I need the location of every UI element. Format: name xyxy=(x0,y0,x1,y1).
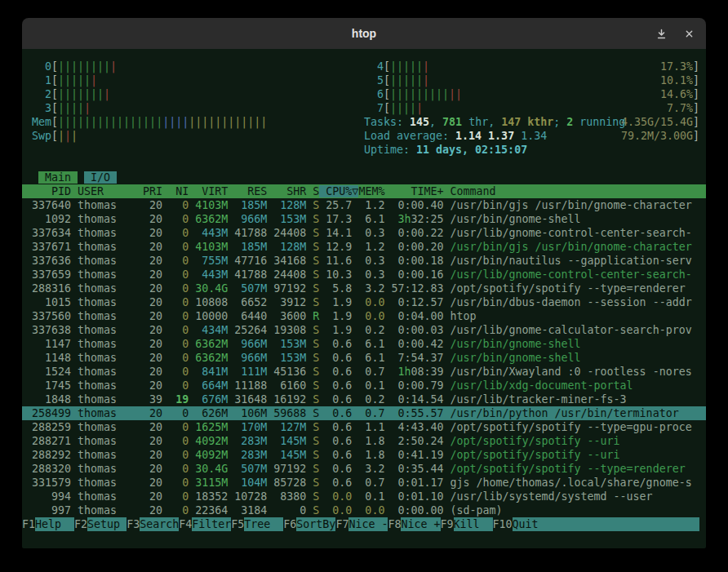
column-header-user[interactable]: USER xyxy=(71,185,143,197)
fkey-action-sortby[interactable]: SortBy xyxy=(296,517,335,531)
fkey-action-quit[interactable]: Quit xyxy=(513,517,699,531)
process-row-288320[interactable]: 288320 thomas 20 0 30.4G 507M 97192 S 0.… xyxy=(32,462,699,476)
bar-segment: || xyxy=(449,88,462,100)
cell-command: /opt/spotify/spotify --uri xyxy=(443,435,619,447)
fkey-action-search[interactable]: Search xyxy=(140,517,179,531)
cell-state: S xyxy=(306,366,319,378)
column-header-shr[interactable]: SHR xyxy=(267,185,306,197)
process-row-337636[interactable]: 337636 thomas 20 0 755M 47716 34168 S 11… xyxy=(32,254,699,268)
column-header-pid[interactable]: PID xyxy=(32,185,71,197)
bar-segment: ||||| xyxy=(390,74,423,86)
process-row-1092[interactable]: 1092 thomas 20 0 6362M 966M 153M S 17.3 … xyxy=(32,212,699,226)
cell-pid: 1524 xyxy=(32,366,71,378)
fkey-action-tree[interactable]: Tree xyxy=(244,517,283,531)
cell-pri: 20 xyxy=(143,227,162,239)
cell-user: thomas xyxy=(71,407,143,419)
meter-bars: ||||||11.0% xyxy=(390,60,699,73)
download-icon[interactable] xyxy=(655,28,667,39)
cell-command: gjs /home/thomas/.local/share/gnome-s xyxy=(443,477,691,489)
column-header-pri[interactable]: PRI xyxy=(143,185,162,197)
cell-time: 0:00.00 xyxy=(397,504,443,517)
cell-pid: 997 xyxy=(32,504,71,517)
cell-pid: 1848 xyxy=(32,393,71,406)
cell-user: thomas xyxy=(71,213,143,225)
process-row-1148[interactable]: 1148 thomas 20 0 6362M 966M 153M S 0.6 6… xyxy=(32,351,699,365)
tab-io[interactable]: I/O xyxy=(84,171,117,184)
cell-res: 3184 xyxy=(228,504,267,517)
cell-pid: 337659 xyxy=(32,268,71,281)
process-row-994[interactable]: 994 thomas 20 0 18352 10728 8380 S 0.0 0… xyxy=(32,490,699,503)
cell-pid: 337560 xyxy=(32,310,71,322)
column-header-time[interactable]: TIME+ xyxy=(384,185,443,197)
process-row-258499[interactable]: 258499 thomas 20 0 626M 106M 59688 S 0.6… xyxy=(22,406,706,420)
fkey-action-filter[interactable]: Filter xyxy=(192,517,231,531)
fkey-action-kill[interactable]: Kill xyxy=(454,517,493,531)
column-header-virt[interactable]: VIRT xyxy=(189,185,228,197)
process-row-1147[interactable]: 1147 thomas 20 0 6362M 966M 153M S 0.6 6… xyxy=(32,337,699,351)
process-row-288259[interactable]: 288259 thomas 20 0 1625M 170M 127M S 0.6… xyxy=(32,420,699,434)
fkey-action-nice-[interactable]: Nice - xyxy=(348,517,388,531)
process-row-288316[interactable]: 288316 thomas 20 0 30.4G 507M 97192 S 5.… xyxy=(32,282,699,295)
cell-ni: 0 xyxy=(162,379,189,392)
cell-mem: 0.3 xyxy=(352,255,384,267)
fkey-action-nice+[interactable]: Nice + xyxy=(401,517,440,531)
cell-time-pad xyxy=(384,421,397,433)
process-row-337640[interactable]: 337640 thomas 20 0 4103M 185M 128M S 25.… xyxy=(32,198,699,212)
process-row-288271[interactable]: 288271 thomas 20 0 4092M 283M 145M S 0.6… xyxy=(32,434,699,448)
close-icon[interactable] xyxy=(683,28,695,39)
process-row-331579[interactable]: 331579 thomas 20 0 3115M 104M 85728 S 0.… xyxy=(32,476,699,490)
meter-bracket: [ xyxy=(51,115,58,129)
terminal-window: htop 0[|||||||||17.3%] 4[||||||11.0%] 1[… xyxy=(22,18,706,548)
cell-virt: 626M xyxy=(189,407,228,419)
cell-time: 0:41.19 xyxy=(397,449,443,461)
cell-time-pad xyxy=(384,449,397,461)
process-row-1524[interactable]: 1524 thomas 20 0 841M 111M 45136 S 0.6 0… xyxy=(32,365,699,379)
cell-pid: 337638 xyxy=(32,324,71,336)
cell-user: thomas xyxy=(71,268,143,281)
cell-virt: 676M xyxy=(189,393,228,406)
column-header-res[interactable]: RES xyxy=(228,185,267,197)
process-row-337634[interactable]: 337634 thomas 20 0 443M 41788 24408 S 14… xyxy=(32,226,699,240)
column-header-s[interactable]: S xyxy=(306,185,319,197)
load-average: Load average: 1.14 1.37 1.34 xyxy=(364,129,699,143)
cell-virt: 30.4G xyxy=(189,463,228,475)
cell-state: S xyxy=(306,324,319,336)
fkey-action-help[interactable]: Help xyxy=(35,517,74,531)
tab-main[interactable]: Main xyxy=(38,171,78,184)
meter-bracket: [ xyxy=(51,60,58,73)
cell-virt: 755M xyxy=(189,255,228,267)
cell-mem: 1.8 xyxy=(352,435,384,447)
cell-state: S xyxy=(306,490,319,503)
cell-mem: 0.0 xyxy=(352,310,384,322)
cell-res: 283M xyxy=(228,449,267,461)
cell-pid: 337671 xyxy=(32,241,71,253)
process-row-1848[interactable]: 1848 thomas 39 19 676M 31648 16192 S 0.6… xyxy=(32,392,699,406)
process-row-288292[interactable]: 288292 thomas 20 0 4092M 283M 145M S 0.6… xyxy=(32,448,699,462)
cell-command: /usr/bin/nautilus --gapplication-serv xyxy=(443,255,691,267)
cell-state: S xyxy=(306,435,319,447)
load-text: 1.14 xyxy=(455,129,488,143)
cell-pri: 20 xyxy=(143,352,162,364)
fkey-action-setup[interactable]: Setup xyxy=(87,517,127,531)
process-row-997[interactable]: 997 thomas 20 0 22364 3184 0 S 0.0 0.0 0… xyxy=(32,503,699,517)
process-row-1015[interactable]: 1015 thomas 20 0 10808 6652 3912 S 1.9 0… xyxy=(32,295,699,309)
meter-bracket: [ xyxy=(384,73,390,87)
process-row-1745[interactable]: 1745 thomas 20 0 664M 11188 6160 S 0.6 0… xyxy=(32,379,699,392)
cell-pri: 20 xyxy=(143,379,162,392)
titlebar[interactable]: htop xyxy=(22,18,706,49)
tasks-text: , xyxy=(429,115,442,129)
column-header-cmd[interactable]: Command xyxy=(443,185,698,197)
column-header-mem[interactable]: MEM% xyxy=(358,185,384,197)
cell-virt: 4092M xyxy=(189,435,228,447)
process-row-337638[interactable]: 337638 thomas 20 0 434M 25264 19308 S 1.… xyxy=(32,323,699,337)
process-row-337560[interactable]: 337560 thomas 20 0 10000 6440 3600 R 1.9… xyxy=(32,309,699,323)
cell-cpu: 10.3 xyxy=(319,268,352,281)
process-row-337659[interactable]: 337659 thomas 20 0 443M 41788 24408 S 10… xyxy=(32,268,699,282)
column-header-ni[interactable]: NI xyxy=(162,185,189,197)
cell-mem: 0.7 xyxy=(352,477,384,489)
cell-mem: 1.2 xyxy=(352,199,384,211)
cell-cpu: 5.8 xyxy=(319,282,352,295)
cell-time: 0:04.00 xyxy=(397,310,443,322)
column-header-cpu[interactable]: CPU% xyxy=(319,185,352,197)
process-row-337671[interactable]: 337671 thomas 20 0 4103M 185M 128M S 12.… xyxy=(32,240,699,254)
